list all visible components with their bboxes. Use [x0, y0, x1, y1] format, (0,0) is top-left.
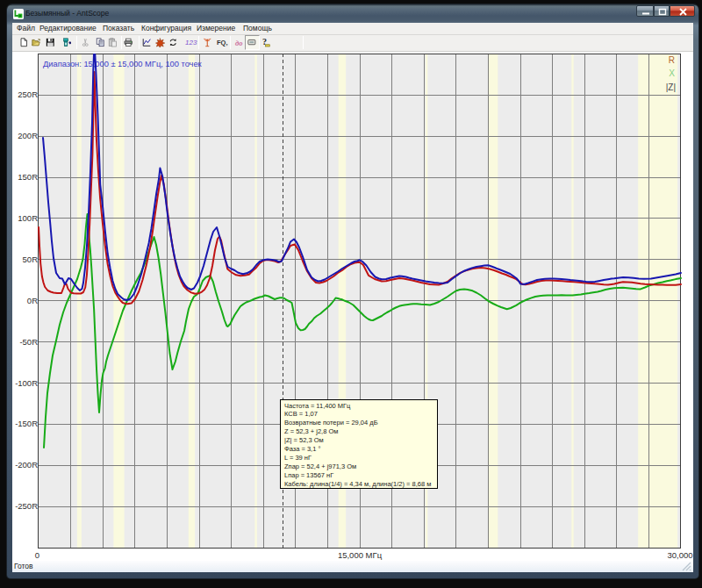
svg-text:Диапазон: 15,000 ± 15,000 МГц,: Диапазон: 15,000 ± 15,000 МГц, 100 точек: [43, 60, 203, 68]
svg-text:R: R: [669, 55, 675, 65]
svg-text:-200R: -200R: [15, 460, 38, 470]
svg-text:X: X: [669, 68, 675, 78]
svg-text:-100R: -100R: [15, 378, 38, 388]
svg-text:0: 0: [35, 550, 39, 560]
svg-text:-50R: -50R: [19, 337, 38, 347]
svg-text:50R: 50R: [23, 255, 39, 264]
svg-text:250R: 250R: [18, 90, 38, 99]
svg-text:0R: 0R: [27, 296, 38, 305]
svg-text:100R: 100R: [18, 213, 38, 223]
svg-text:-150R: -150R: [15, 419, 38, 428]
svg-text:30,000: 30,000: [667, 550, 692, 560]
svg-text:15,000 МГц: 15,000 МГц: [338, 550, 383, 560]
svg-text:150R: 150R: [18, 172, 38, 182]
svg-text:-250R: -250R: [15, 501, 38, 511]
svg-text:200R: 200R: [18, 131, 38, 140]
svg-text:|Z|: |Z|: [666, 82, 676, 92]
